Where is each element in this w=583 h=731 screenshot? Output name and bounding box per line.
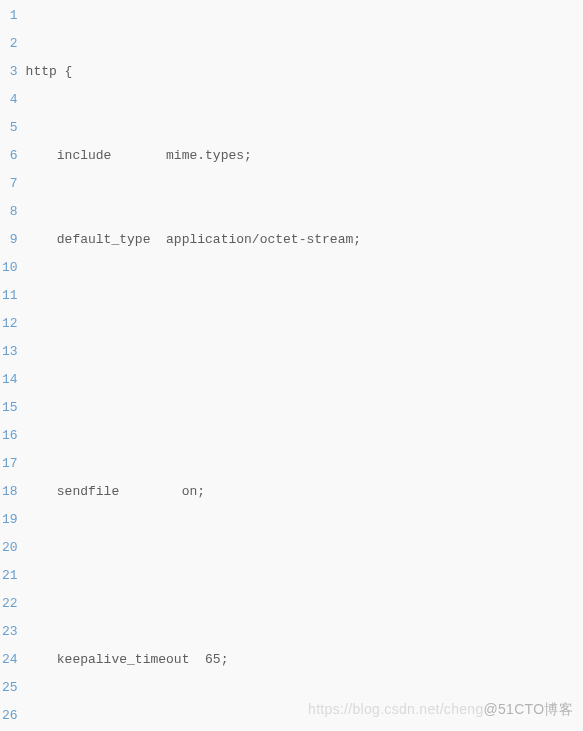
- line-number: 17: [0, 450, 20, 478]
- line-number: 20: [0, 534, 20, 562]
- code-line: http {: [26, 58, 583, 86]
- line-number: 8: [0, 198, 20, 226]
- line-number: 18: [0, 478, 20, 506]
- line-number: 12: [0, 310, 20, 338]
- line-number: 25: [0, 674, 20, 702]
- line-number: 3: [0, 58, 20, 86]
- line-number: 10: [0, 254, 20, 282]
- line-number: 11: [0, 282, 20, 310]
- line-number: 5: [0, 114, 20, 142]
- code-content: http { include mime.types; default_type …: [26, 0, 583, 731]
- line-number: 7: [0, 170, 20, 198]
- code-block: 1 2 3 4 5 6 7 8 9 10 11 12 13 14 15 16 1…: [0, 0, 583, 731]
- line-number: 21: [0, 562, 20, 590]
- line-number: 19: [0, 506, 20, 534]
- line-number: 15: [0, 394, 20, 422]
- code-line: include mime.types;: [26, 142, 583, 170]
- code-line: [26, 310, 583, 338]
- code-line: default_type application/octet-stream;: [26, 226, 583, 254]
- line-number-gutter: 1 2 3 4 5 6 7 8 9 10 11 12 13 14 15 16 1…: [0, 0, 26, 731]
- line-number: 4: [0, 86, 20, 114]
- line-number: 16: [0, 422, 20, 450]
- line-number: 2: [0, 30, 20, 58]
- code-line: keepalive_timeout 65;: [26, 646, 583, 674]
- line-number: 22: [0, 590, 20, 618]
- line-number: 14: [0, 366, 20, 394]
- code-line: [26, 394, 583, 422]
- line-number: 9: [0, 226, 20, 254]
- line-number: 13: [0, 338, 20, 366]
- line-number: 6: [0, 142, 20, 170]
- line-number: 1: [0, 2, 20, 30]
- code-line: [26, 562, 583, 590]
- code-line: sendfile on;: [26, 478, 583, 506]
- line-number: 24: [0, 646, 20, 674]
- line-number: 23: [0, 618, 20, 646]
- line-number: 26: [0, 702, 20, 730]
